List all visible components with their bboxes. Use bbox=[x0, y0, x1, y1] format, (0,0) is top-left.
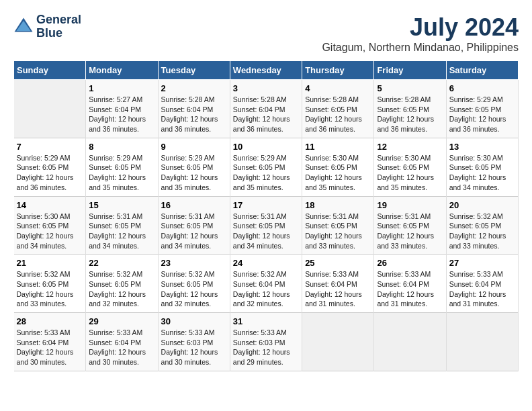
calendar-cell: 8 Sunrise: 5:29 AMSunset: 6:05 PMDayligh… bbox=[86, 138, 158, 196]
cell-details: Sunrise: 5:33 AMSunset: 6:03 PMDaylight:… bbox=[233, 328, 290, 366]
day-number: 17 bbox=[233, 200, 299, 210]
cell-details: Sunrise: 5:32 AMSunset: 6:04 PMDaylight:… bbox=[233, 270, 290, 308]
day-number: 22 bbox=[89, 258, 154, 268]
calendar-cell: 23 Sunrise: 5:32 AMSunset: 6:05 PMDaylig… bbox=[158, 255, 230, 313]
day-number: 21 bbox=[17, 258, 83, 268]
cell-details: Sunrise: 5:30 AMSunset: 6:05 PMDaylight:… bbox=[449, 154, 506, 191]
day-number: 30 bbox=[161, 316, 227, 326]
main-title: July 2024 bbox=[322, 13, 519, 42]
cell-details: Sunrise: 5:33 AMSunset: 6:04 PMDaylight:… bbox=[17, 328, 74, 366]
day-number: 9 bbox=[161, 142, 227, 152]
cell-details: Sunrise: 5:33 AMSunset: 6:04 PMDaylight:… bbox=[89, 328, 146, 366]
cell-details: Sunrise: 5:30 AMSunset: 6:05 PMDaylight:… bbox=[377, 154, 434, 191]
calendar-cell: 12 Sunrise: 5:30 AMSunset: 6:05 PMDaylig… bbox=[374, 138, 446, 196]
calendar-cell: 11 Sunrise: 5:30 AMSunset: 6:05 PMDaylig… bbox=[302, 138, 374, 196]
cell-details: Sunrise: 5:30 AMSunset: 6:05 PMDaylight:… bbox=[17, 212, 74, 250]
calendar-cell: 9 Sunrise: 5:29 AMSunset: 6:05 PMDayligh… bbox=[158, 138, 230, 196]
day-number: 10 bbox=[233, 142, 299, 152]
calendar-cell: 27 Sunrise: 5:33 AMSunset: 6:04 PMDaylig… bbox=[446, 255, 518, 313]
cell-details: Sunrise: 5:33 AMSunset: 6:04 PMDaylight:… bbox=[449, 270, 506, 308]
calendar-cell: 19 Sunrise: 5:31 AMSunset: 6:05 PMDaylig… bbox=[374, 196, 446, 255]
calendar-cell: 13 Sunrise: 5:30 AMSunset: 6:05 PMDaylig… bbox=[446, 138, 518, 196]
cell-details: Sunrise: 5:33 AMSunset: 6:04 PMDaylight:… bbox=[377, 270, 434, 308]
day-number: 6 bbox=[449, 83, 515, 93]
header-cell-wednesday: Wednesday bbox=[230, 61, 302, 80]
day-number: 31 bbox=[233, 316, 299, 326]
calendar-cell: 26 Sunrise: 5:33 AMSunset: 6:04 PMDaylig… bbox=[374, 255, 446, 313]
cell-details: Sunrise: 5:28 AMSunset: 6:04 PMDaylight:… bbox=[161, 95, 218, 133]
calendar-cell: 18 Sunrise: 5:31 AMSunset: 6:05 PMDaylig… bbox=[302, 196, 374, 255]
calendar-cell: 10 Sunrise: 5:29 AMSunset: 6:05 PMDaylig… bbox=[230, 138, 302, 196]
cell-details: Sunrise: 5:27 AMSunset: 6:04 PMDaylight:… bbox=[89, 95, 146, 133]
calendar-cell: 29 Sunrise: 5:33 AMSunset: 6:04 PMDaylig… bbox=[86, 313, 158, 371]
week-row-3: 14 Sunrise: 5:30 AMSunset: 6:05 PMDaylig… bbox=[14, 196, 519, 255]
calendar-cell bbox=[302, 313, 374, 371]
cell-details: Sunrise: 5:29 AMSunset: 6:05 PMDaylight:… bbox=[449, 95, 506, 133]
day-number: 13 bbox=[449, 142, 515, 152]
cell-details: Sunrise: 5:31 AMSunset: 6:05 PMDaylight:… bbox=[377, 212, 434, 250]
title-area: July 2024 Gitagum, Northern Mindanao, Ph… bbox=[322, 13, 519, 54]
week-row-2: 7 Sunrise: 5:29 AMSunset: 6:05 PMDayligh… bbox=[14, 138, 519, 196]
day-number: 24 bbox=[233, 258, 299, 268]
cell-details: Sunrise: 5:31 AMSunset: 6:05 PMDaylight:… bbox=[233, 212, 290, 250]
day-number: 4 bbox=[305, 83, 371, 93]
calendar-cell: 15 Sunrise: 5:31 AMSunset: 6:05 PMDaylig… bbox=[86, 196, 158, 255]
page-header: General Blue July 2024 Gitagum, Northern… bbox=[13, 13, 519, 54]
day-number: 16 bbox=[161, 200, 227, 210]
calendar-cell: 30 Sunrise: 5:33 AMSunset: 6:03 PMDaylig… bbox=[158, 313, 230, 371]
cell-details: Sunrise: 5:30 AMSunset: 6:05 PMDaylight:… bbox=[305, 154, 362, 191]
calendar-cell: 2 Sunrise: 5:28 AMSunset: 6:04 PMDayligh… bbox=[158, 80, 230, 138]
calendar-cell: 24 Sunrise: 5:32 AMSunset: 6:04 PMDaylig… bbox=[230, 255, 302, 313]
header-cell-thursday: Thursday bbox=[302, 61, 374, 80]
calendar-cell: 22 Sunrise: 5:32 AMSunset: 6:05 PMDaylig… bbox=[86, 255, 158, 313]
calendar-cell: 7 Sunrise: 5:29 AMSunset: 6:05 PMDayligh… bbox=[14, 138, 86, 196]
calendar-cell: 20 Sunrise: 5:32 AMSunset: 6:05 PMDaylig… bbox=[446, 196, 518, 255]
header-cell-sunday: Sunday bbox=[14, 61, 86, 80]
logo: General Blue bbox=[13, 13, 81, 40]
header-cell-monday: Monday bbox=[86, 61, 158, 80]
cell-details: Sunrise: 5:32 AMSunset: 6:05 PMDaylight:… bbox=[449, 212, 506, 250]
day-number: 2 bbox=[161, 83, 227, 93]
week-row-5: 28 Sunrise: 5:33 AMSunset: 6:04 PMDaylig… bbox=[14, 313, 519, 371]
calendar-table: SundayMondayTuesdayWednesdayThursdayFrid… bbox=[13, 60, 519, 371]
day-number: 8 bbox=[89, 142, 154, 152]
cell-details: Sunrise: 5:31 AMSunset: 6:05 PMDaylight:… bbox=[161, 212, 218, 250]
logo-text: General Blue bbox=[36, 13, 81, 40]
day-number: 18 bbox=[305, 200, 371, 210]
day-number: 19 bbox=[377, 200, 443, 210]
day-number: 11 bbox=[305, 142, 371, 152]
calendar-cell: 14 Sunrise: 5:30 AMSunset: 6:05 PMDaylig… bbox=[14, 196, 86, 255]
cell-details: Sunrise: 5:31 AMSunset: 6:05 PMDaylight:… bbox=[305, 212, 362, 250]
calendar-cell: 5 Sunrise: 5:28 AMSunset: 6:05 PMDayligh… bbox=[374, 80, 446, 138]
calendar-cell bbox=[374, 313, 446, 371]
header-cell-saturday: Saturday bbox=[446, 61, 518, 80]
day-number: 27 bbox=[449, 258, 515, 268]
day-number: 1 bbox=[89, 83, 154, 93]
calendar-cell: 17 Sunrise: 5:31 AMSunset: 6:05 PMDaylig… bbox=[230, 196, 302, 255]
header-cell-friday: Friday bbox=[374, 61, 446, 80]
calendar-cell: 25 Sunrise: 5:33 AMSunset: 6:04 PMDaylig… bbox=[302, 255, 374, 313]
cell-details: Sunrise: 5:28 AMSunset: 6:04 PMDaylight:… bbox=[233, 95, 290, 133]
cell-details: Sunrise: 5:28 AMSunset: 6:05 PMDaylight:… bbox=[305, 95, 362, 133]
cell-details: Sunrise: 5:29 AMSunset: 6:05 PMDaylight:… bbox=[89, 154, 146, 191]
cell-details: Sunrise: 5:31 AMSunset: 6:05 PMDaylight:… bbox=[89, 212, 146, 250]
day-number: 7 bbox=[17, 142, 83, 152]
cell-details: Sunrise: 5:28 AMSunset: 6:05 PMDaylight:… bbox=[377, 95, 434, 133]
calendar-cell: 1 Sunrise: 5:27 AMSunset: 6:04 PMDayligh… bbox=[86, 80, 158, 138]
calendar-cell: 31 Sunrise: 5:33 AMSunset: 6:03 PMDaylig… bbox=[230, 313, 302, 371]
day-number: 20 bbox=[449, 200, 515, 210]
cell-details: Sunrise: 5:32 AMSunset: 6:05 PMDaylight:… bbox=[17, 270, 74, 308]
day-number: 25 bbox=[305, 258, 371, 268]
calendar-cell bbox=[446, 313, 518, 371]
cell-details: Sunrise: 5:32 AMSunset: 6:05 PMDaylight:… bbox=[89, 270, 146, 308]
cell-details: Sunrise: 5:33 AMSunset: 6:03 PMDaylight:… bbox=[161, 328, 218, 366]
cell-details: Sunrise: 5:29 AMSunset: 6:05 PMDaylight:… bbox=[161, 154, 218, 191]
calendar-cell: 6 Sunrise: 5:29 AMSunset: 6:05 PMDayligh… bbox=[446, 80, 518, 138]
calendar-cell bbox=[14, 80, 86, 138]
day-number: 3 bbox=[233, 83, 299, 93]
day-number: 26 bbox=[377, 258, 443, 268]
subtitle: Gitagum, Northern Mindanao, Philippines bbox=[322, 42, 519, 54]
week-row-1: 1 Sunrise: 5:27 AMSunset: 6:04 PMDayligh… bbox=[14, 80, 519, 138]
header-row: SundayMondayTuesdayWednesdayThursdayFrid… bbox=[14, 61, 519, 80]
calendar-cell: 3 Sunrise: 5:28 AMSunset: 6:04 PMDayligh… bbox=[230, 80, 302, 138]
